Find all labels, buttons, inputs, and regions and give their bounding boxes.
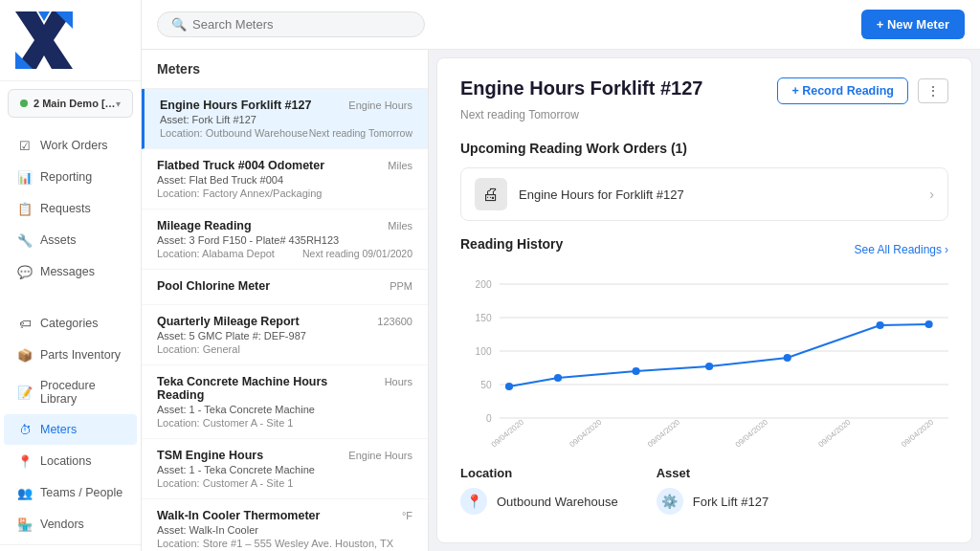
meter-loc-row: Location: Alabama Depot Next reading 09/… (157, 248, 412, 259)
sidebar-item-reporting[interactable]: 📊 Reporting (4, 162, 137, 192)
categories-icon: 🏷 (17, 316, 33, 331)
meter-name: Pool Chlorine Meter (157, 279, 382, 293)
meter-list-item[interactable]: Engine Hours Forklift #127 Engine Hours … (142, 89, 428, 149)
see-all-readings-link[interactable]: See All Readings › (855, 243, 948, 256)
detail-actions: + Record Reading ⋮ (777, 77, 948, 104)
workspace-selector[interactable]: 2 Main Demo [Mf... ▾ (8, 89, 133, 118)
parts-inventory-icon: 📦 (17, 347, 33, 363)
workspace-chevron-icon: ▾ (116, 99, 121, 109)
meter-list-item[interactable]: Mileage Reading Miles Asset: 3 Ford F150… (142, 209, 428, 270)
sidebar-item-categories[interactable]: 🏷 Categories (4, 308, 137, 339)
sidebar-item-messages[interactable]: 💬 Messages (4, 256, 137, 287)
sidebar-item-label: Requests (40, 202, 91, 215)
topbar: 🔍 + New Meter (142, 0, 980, 50)
svg-text:09/04/2020: 09/04/2020 (568, 418, 604, 447)
work-order-item[interactable]: 🖨 Engine Hours for Forklift #127 › (460, 167, 948, 221)
meter-item-top: Quarterly Mileage Report 123600 (157, 315, 412, 328)
meter-item-top: Pool Chlorine Meter PPM (157, 279, 412, 293)
meter-location: Location: General (157, 343, 240, 355)
meters-icon: ⏱ (17, 422, 33, 437)
meter-name: TSM Engine Hours (157, 449, 341, 462)
detail-title: Engine Hours Forklift #127 (460, 77, 702, 99)
meter-asset: Asset: Walk-In Cooler (157, 524, 412, 536)
sidebar-item-label: Vendors (40, 518, 84, 531)
meter-name: Quarterly Mileage Report (157, 315, 369, 328)
requests-icon: 📋 (17, 201, 33, 216)
meter-loc-row: Location: Customer A - Site 1 (157, 417, 412, 429)
svg-text:09/04/2020: 09/04/2020 (734, 418, 770, 447)
workspace-status-dot (20, 99, 28, 107)
svg-text:09/04/2020: 09/04/2020 (646, 418, 682, 447)
teams-icon: 👥 (17, 485, 33, 500)
location-item: 📍 Outbound Warehouse (460, 488, 618, 515)
asset-icon: ⚙️ (657, 488, 683, 515)
meter-item-top: Walk-In Cooler Thermometer °F (157, 509, 412, 522)
search-input[interactable] (192, 17, 411, 32)
meter-unit: Miles (388, 160, 412, 171)
work-order-left: 🖨 Engine Hours for Forklift #127 (475, 178, 684, 210)
chart-point (705, 363, 713, 370)
record-reading-button[interactable]: + Record Reading (777, 77, 908, 104)
meter-unit: Miles (388, 220, 412, 231)
location-name: Outbound Warehouse (497, 495, 618, 509)
sidebar-item-label: Reporting (40, 170, 92, 184)
locations-icon: 📍 (17, 453, 33, 469)
meter-list-item[interactable]: Flatbed Truck #004 Odometer Miles Asset:… (142, 149, 428, 209)
logo (15, 11, 73, 69)
sidebar-item-locations[interactable]: 📍 Locations (4, 446, 137, 476)
meter-next-reading: Next reading Tomorrow (309, 127, 412, 139)
meter-list-item[interactable]: TSM Engine Hours Engine Hours Asset: 1 -… (142, 439, 428, 499)
new-meter-button[interactable]: + New Meter (861, 10, 965, 39)
meter-asset: Asset: 5 GMC Plate #: DEF-987 (157, 330, 412, 342)
meter-next-reading: Next reading 09/01/2020 (302, 248, 412, 259)
sidebar-item-procedure-library[interactable]: 📝 Procedure Library (4, 371, 137, 413)
sidebar-item-vendors[interactable]: 🏪 Vendors (4, 509, 137, 540)
meter-name: Teka Concrete Machine Hours Reading (157, 375, 377, 402)
assets-icon: 🔧 (17, 232, 33, 248)
sidebar-item-teams-people[interactable]: 👥 Teams / People (4, 477, 137, 508)
logo-area (0, 0, 141, 81)
upcoming-section-title: Upcoming Reading Work Orders (1) (460, 141, 948, 156)
chart-svg: 200 150 100 50 0 0 (460, 275, 948, 447)
sidebar-item-label: Work Orders (40, 139, 108, 152)
svg-text:100: 100 (476, 346, 492, 357)
asset-item: ⚙️ Fork Lift #127 (657, 488, 769, 515)
meter-list-item[interactable]: Quarterly Mileage Report 123600 Asset: 5… (142, 305, 428, 365)
meter-item-top: TSM Engine Hours Engine Hours (157, 449, 412, 462)
reading-history-title: Reading History (460, 236, 563, 252)
meter-unit: 123600 (377, 316, 412, 327)
meter-list-item[interactable]: Walk-In Cooler Thermometer °F Asset: Wal… (142, 499, 428, 551)
svg-text:200: 200 (476, 279, 492, 290)
sidebar-item-label: Categories (40, 317, 98, 330)
meter-location: Location: Store #1 – 555 Wesley Ave. Hou… (157, 538, 393, 549)
meter-asset: Asset: 1 - Teka Concrete Machine (157, 464, 412, 475)
meter-location: Location: Outbound Warehouse (160, 127, 308, 139)
meter-loc-row: Location: Outbound Warehouse Next readin… (160, 127, 412, 139)
meter-location: Location: Factory Annex/Packaging (157, 187, 322, 199)
meter-unit: PPM (390, 280, 412, 292)
sidebar-item-label: Locations (40, 454, 92, 468)
asset-name: Fork Lift #127 (693, 495, 769, 509)
loc-asset-row: Location 📍 Outbound Warehouse Asset ⚙️ F… (460, 466, 948, 515)
sidebar-item-meters[interactable]: ⏱ Meters (4, 414, 137, 445)
kebab-menu-button[interactable]: ⋮ (918, 78, 948, 103)
meter-location: Location: Customer A - Site 1 (157, 417, 293, 429)
meter-asset: Asset: 3 Ford F150 - Plate# 435RH123 (157, 234, 412, 246)
svg-text:0: 0 (486, 413, 492, 424)
work-order-icon: 🖨 (475, 178, 507, 210)
sidebar-item-parts-inventory[interactable]: 📦 Parts Inventory (4, 340, 137, 370)
meter-name: Flatbed Truck #004 Odometer (157, 159, 380, 172)
sidebar-item-assets[interactable]: 🔧 Assets (4, 225, 137, 255)
meters-panel: Meters Engine Hours Forklift #127 Engine… (142, 50, 429, 551)
meter-list-item[interactable]: Teka Concrete Machine Hours Reading Hour… (142, 365, 428, 439)
sidebar-item-requests[interactable]: 📋 Requests (4, 193, 137, 224)
reading-history-chart: 200 150 100 50 0 0 (460, 275, 948, 447)
reporting-icon: 📊 (17, 169, 33, 185)
sidebar-item-work-orders[interactable]: ☑ Work Orders (4, 130, 137, 161)
meter-list-item[interactable]: Pool Chlorine Meter PPM (142, 270, 428, 305)
chart-line (509, 324, 929, 386)
sidebar-item-label: Procedure Library (40, 379, 123, 406)
meter-unit: Engine Hours (348, 450, 412, 461)
search-box[interactable]: 🔍 (157, 11, 425, 37)
workspace-label: 2 Main Demo [Mf... (33, 98, 116, 109)
